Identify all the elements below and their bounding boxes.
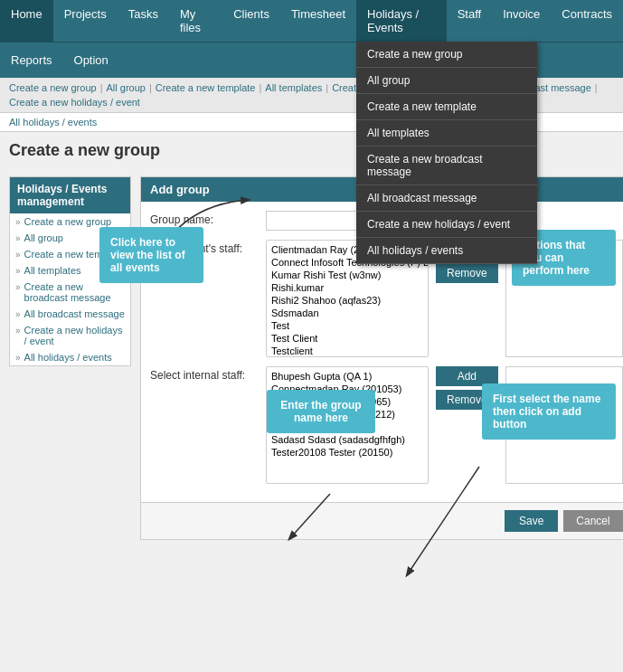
internal-staff-label: Select internal staff: — [150, 366, 259, 382]
dropdown-create-template[interactable]: Create a new template — [356, 94, 537, 120]
dropdown-all-templates[interactable]: All templates — [356, 120, 537, 147]
arrow-icon: » — [15, 250, 21, 260]
nav-contracts[interactable]: Contracts — [551, 0, 623, 42]
nav-myfiles[interactable]: My files — [169, 0, 222, 42]
dropdown-all-holidays[interactable]: All holidays / events — [356, 238, 537, 264]
cancel-button[interactable]: Cancel — [563, 510, 622, 532]
group-name-label: Group name: — [150, 211, 259, 226]
bc-create-template[interactable]: Create a new template — [156, 82, 256, 93]
nav-holidays-dropdown[interactable]: Holidays / Events Create a new group All… — [356, 0, 447, 42]
tooltip-add-button: First select the name then click on add … — [482, 383, 616, 440]
bc-all-group[interactable]: All group — [106, 82, 145, 93]
dropdown-create-group[interactable]: Create a new group — [356, 42, 537, 68]
arrow-icon: » — [15, 353, 21, 363]
nav-projects[interactable]: Projects — [53, 0, 118, 42]
nav-staff[interactable]: Staff — [447, 0, 493, 42]
nav-reports[interactable]: Reports — [0, 46, 63, 74]
sidebar-title: Holidays / Events management — [10, 177, 130, 213]
nav-invoice[interactable]: Invoice — [492, 0, 551, 42]
nav-timesheet[interactable]: Timesheet — [280, 0, 356, 42]
arrow-icon: » — [15, 326, 21, 336]
arrow-icon: » — [15, 233, 21, 243]
arrow-icon: » — [15, 309, 21, 319]
arrow-icon: » — [15, 282, 21, 292]
tooltip-events-list: Click here to view the list of all event… — [99, 227, 203, 283]
dropdown-all-broadcast[interactable]: All broadcast message — [356, 185, 537, 212]
arrow-icon: » — [15, 217, 21, 227]
bc-create-holidays[interactable]: Create a new holidays / event — [9, 97, 140, 108]
clients-remove-button[interactable]: Remove — [436, 263, 498, 283]
holidays-dropdown-menu: Create a new group All group Create a ne… — [356, 42, 537, 264]
bc-create-group[interactable]: Create a new group — [9, 82, 97, 93]
sidebar-item-all-holidays[interactable]: » All holidays / events — [10, 349, 130, 365]
nav-holidays[interactable]: Holidays / Events — [356, 0, 447, 42]
nav-option[interactable]: Option — [63, 46, 119, 74]
save-button[interactable]: Save — [505, 510, 558, 532]
nav-home[interactable]: Home — [0, 0, 53, 42]
bc-all-holidays[interactable]: All holidays / events — [9, 117, 97, 128]
bc-all-templates[interactable]: All templates — [265, 82, 322, 93]
bottom-actions: Save Cancel — [141, 502, 623, 539]
nav-clients[interactable]: Clients — [222, 0, 280, 42]
dropdown-create-holidays[interactable]: Create a new holidays / event — [356, 212, 537, 238]
sidebar-item-create-holidays[interactable]: » Create a new holidays / event — [10, 322, 130, 349]
tooltip-group-name: Enter the group name here — [267, 390, 375, 433]
arrow-icon: » — [15, 266, 21, 276]
dropdown-create-broadcast[interactable]: Create a new broadcast message — [356, 147, 537, 185]
sidebar-item-all-broadcast[interactable]: » All broadcast message — [10, 306, 130, 322]
dropdown-all-group[interactable]: All group — [356, 68, 537, 94]
nav-tasks[interactable]: Tasks — [118, 0, 169, 42]
